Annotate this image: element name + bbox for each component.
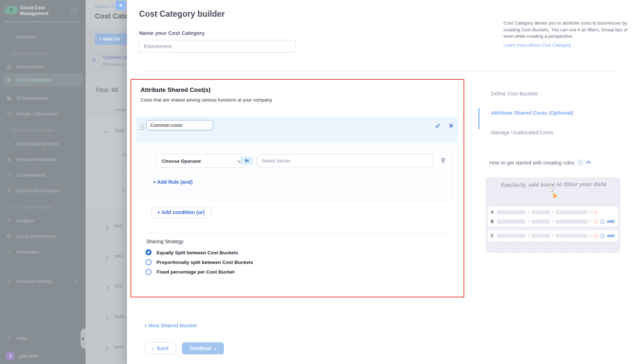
- sidebar-item-recommendations[interactable]: ◈ Recommendations: [6, 155, 80, 164]
- sidebar-item-bi-dashboards[interactable]: ▦ BI Dashboards: [6, 93, 80, 103]
- and-label: AND: [607, 220, 615, 224]
- step-attribute-shared-costs[interactable]: Attribute Shared Costs (Optional): [491, 110, 573, 116]
- radio-fixed-percentage[interactable]: [145, 269, 152, 275]
- back-button[interactable]: ‹ Back: [145, 342, 176, 354]
- add-condition-button[interactable]: + Add condition (or): [151, 207, 211, 218]
- upgrade-title: Upgrade to: [103, 54, 127, 60]
- add-rule-link[interactable]: + Add Rule (and): [153, 179, 193, 185]
- screen: $ Cloud Cost Management ⌂ Overview COST …: [0, 0, 634, 364]
- cost-category-name-input[interactable]: [139, 40, 296, 53]
- continue-button-label: Continue: [190, 345, 211, 351]
- sidebar-item-perspectives[interactable]: ▤ Perspectives: [6, 62, 80, 71]
- sidebar-item-overview[interactable]: ⌂ Overview: [6, 32, 80, 41]
- shared-costs-section-title: Attribute Shared Cost(s): [140, 87, 210, 94]
- new-shared-bucket-link[interactable]: + New Shared Bucket: [144, 323, 197, 328]
- radio-label-fixed-percentage[interactable]: Fixed percentage per Cost Bucket: [157, 269, 234, 275]
- remove-rule-icon: −: [593, 210, 598, 215]
- new-cost-category-button[interactable]: + New Co: [95, 33, 127, 45]
- illustration-row-c: C ▾ ▾ ▾ − + AND: [488, 231, 618, 240]
- help-icon: ?: [6, 335, 12, 341]
- chevron-right-icon[interactable]: [105, 285, 108, 291]
- sidebar-section-cost-governance: COST GOVERNANCE: [11, 206, 53, 209]
- chevron-right-icon: [73, 279, 76, 284]
- sidebar-collapse-handle[interactable]: [81, 328, 86, 349]
- close-drawer-button[interactable]: ✕: [116, 1, 126, 10]
- sidebar-item-label: Anomalies: [16, 249, 39, 255]
- caret-down-icon: ▾: [528, 234, 529, 237]
- caret-down-icon: ▾: [552, 234, 553, 237]
- radio-equally-split[interactable]: [145, 249, 152, 255]
- select-values-input[interactable]: [257, 154, 433, 167]
- sidebar-item-label: Asset Governance: [16, 234, 56, 239]
- commitments-icon: ◷: [6, 172, 12, 178]
- bg-page-title: Cost Cate: [95, 12, 127, 20]
- illustration-caption: Similarly, add more to filter your data: [486, 181, 620, 188]
- sidebar-item-anomalies[interactable]: ⚠ Anomalies: [6, 247, 80, 256]
- chevron-right-icon[interactable]: [105, 255, 108, 261]
- continue-button[interactable]: Continue ›: [182, 342, 224, 354]
- table-row[interactable]: testC: [114, 314, 125, 319]
- rules-illustration-panel: Similarly, add more to filter your data …: [486, 177, 620, 253]
- sidebar-item-asset-governance[interactable]: ✪ Asset Governance: [6, 232, 80, 241]
- caret-down-icon: ▾: [552, 220, 553, 223]
- chevron-right-icon: ›: [214, 346, 216, 351]
- sidebar-item-autostopping-rules[interactable]: ∿ AutoStopping Rules: [6, 139, 80, 148]
- sidebar-item-margin-obfuscation[interactable]: % Margin Obfuscation: [6, 109, 80, 118]
- shared-costs-section-description: Costs that are shared among various func…: [140, 97, 273, 103]
- chevron-up-icon[interactable]: [105, 130, 108, 136]
- radio-proportionally-split[interactable]: [145, 259, 152, 265]
- operand-select[interactable]: Choose Operand: [157, 154, 246, 168]
- caret-down-icon: ▾: [590, 211, 591, 214]
- rule-card: Choose Operand IN + Add Rule (and): [137, 146, 453, 201]
- sidebar-item-label: Budgets: [16, 218, 34, 223]
- step-define-cost-buckets[interactable]: Define Cost Buckets: [491, 91, 538, 97]
- sidebar-item-cost-categories[interactable]: ⊞ Cost Categories: [3, 73, 83, 86]
- confirm-check-icon[interactable]: ✓: [435, 122, 441, 130]
- sidebar-item-help[interactable]: ? Help: [6, 333, 80, 343]
- sidebar-item-commitments[interactable]: ◷ Commitments: [6, 170, 80, 180]
- user-menu[interactable]: J jyoti.bisht: [6, 351, 80, 360]
- table-row[interactable]: Depl: [115, 128, 124, 133]
- sidebar-item-label: BI Dashboards: [16, 95, 48, 101]
- sidebar-item-label: Help: [16, 336, 26, 341]
- table-row[interactable]: test: [114, 223, 122, 228]
- chevron-right-icon[interactable]: [105, 315, 108, 322]
- sidebar-item-label: Margin Obfuscation: [16, 111, 58, 116]
- shared-bucket-name-input[interactable]: [146, 120, 213, 130]
- caret-down-icon: ▾: [528, 220, 529, 223]
- sidebar-item-label: Cluster Orchestrator: [16, 188, 60, 193]
- module-grid-icon[interactable]: [71, 9, 72, 10]
- sharing-strategy-label: Sharing Strategy: [146, 239, 183, 244]
- sidebar-item-label: Overview: [16, 34, 36, 40]
- collapse-chevron-up-icon[interactable]: [586, 161, 591, 166]
- cancel-x-icon[interactable]: ✕: [449, 122, 454, 130]
- recommendations-icon: ◈: [6, 156, 12, 162]
- chevron-right-icon[interactable]: [105, 224, 108, 231]
- howto-header: How to get started with creating rules ?: [489, 160, 590, 166]
- table-row[interactable]: Test_: [114, 283, 125, 288]
- radio-label-proportionally-split[interactable]: Proportionally split between Cost Bucket…: [157, 260, 253, 265]
- total-count: Total: 88: [95, 87, 118, 93]
- drag-handle-icon[interactable]: [140, 125, 142, 126]
- radio-label-equally-split[interactable]: Equally Split between Cost Buckets: [157, 250, 238, 255]
- question-mark-icon[interactable]: ?: [577, 160, 583, 166]
- learn-more-link[interactable]: Learn more about Cost Category: [503, 42, 571, 48]
- remove-rule-icon: −: [593, 219, 598, 224]
- sidebar-item-account-settings[interactable]: ⚙ Account Settings: [6, 276, 80, 286]
- lightning-bolt-icon: ϟ: [93, 57, 96, 63]
- cloud-cost-logo-icon: $: [6, 6, 17, 14]
- table-row[interactable]: joe-t: [114, 253, 123, 259]
- placeholder-field: [556, 234, 588, 238]
- chevron-right-icon[interactable]: [105, 345, 108, 352]
- delete-rule-button[interactable]: [438, 156, 448, 166]
- percent-icon: %: [6, 111, 12, 116]
- sidebar-item-label: Cost Categories: [16, 77, 51, 83]
- sidebar-item-budgets[interactable]: ¤ Budgets: [6, 216, 80, 225]
- sidebar-item-cluster-orchestrator[interactable]: ⊛ Cluster Orchestrator: [6, 186, 80, 195]
- sidebar-item-label: Recommendations: [16, 157, 57, 162]
- table-row[interactable]: testc: [114, 344, 124, 349]
- upgrade-subtitle: Preserve or: [103, 62, 125, 67]
- placeholder-field: [531, 210, 550, 214]
- step-manage-unallocated-costs[interactable]: Manage Unallocated Costs: [491, 130, 553, 135]
- row-divider: [86, 211, 127, 211]
